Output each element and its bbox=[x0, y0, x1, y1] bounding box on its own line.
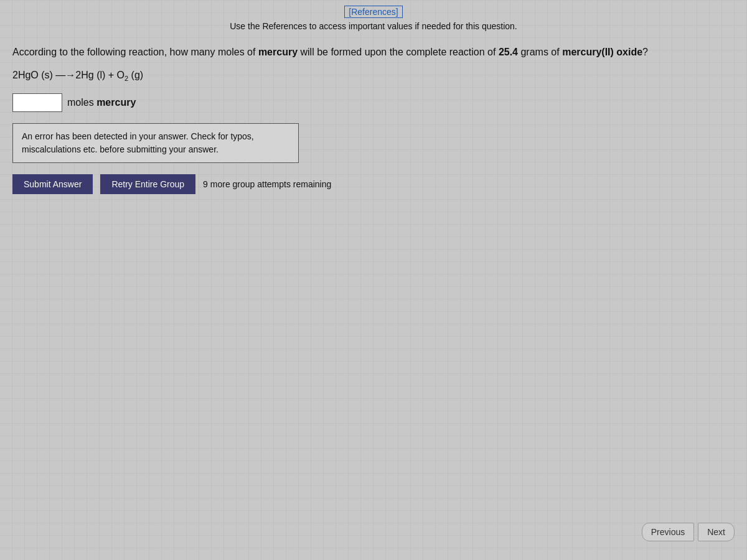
error-line2: miscalculations etc. before submitting y… bbox=[22, 144, 218, 154]
moles-label: moles mercury bbox=[67, 97, 136, 108]
answer-row: moles mercury bbox=[12, 93, 735, 112]
attempts-remaining-text: 9 more group attempts remaining bbox=[203, 179, 331, 189]
chemical-equation: 2HgO (s) —→2Hg (l) + O2 (g) bbox=[12, 70, 735, 82]
previous-button[interactable]: Previous bbox=[642, 523, 694, 541]
question-bold-mercury: mercury bbox=[258, 47, 298, 57]
bottom-nav: Previous Next bbox=[642, 523, 735, 541]
retry-entire-group-button[interactable]: Retry Entire Group bbox=[100, 174, 195, 194]
submit-answer-button[interactable]: Submit Answer bbox=[12, 174, 93, 194]
question-text: According to the following reaction, how… bbox=[12, 45, 735, 60]
question-bold-compound: mercury(II) oxide bbox=[562, 47, 642, 57]
answer-input[interactable] bbox=[12, 93, 62, 112]
question-text-before: According to the following reaction, how… bbox=[12, 47, 258, 57]
next-button[interactable]: Next bbox=[698, 523, 735, 541]
moles-bold-mercury: mercury bbox=[96, 97, 136, 108]
buttons-row: Submit Answer Retry Entire Group 9 more … bbox=[12, 174, 735, 194]
question-text-end: ? bbox=[642, 47, 648, 57]
references-link[interactable]: [References] bbox=[344, 6, 402, 18]
error-box: An error has been detected in your answe… bbox=[12, 123, 299, 163]
question-text-middle: will be formed upon the complete reactio… bbox=[298, 47, 499, 57]
question-bold-amount: 25.4 bbox=[499, 47, 518, 57]
error-line1: An error has been detected in your answe… bbox=[22, 131, 254, 141]
references-bar: [References] bbox=[12, 6, 735, 17]
references-subtitle: Use the References to access important v… bbox=[12, 21, 735, 31]
question-text-after: grams of bbox=[518, 47, 562, 57]
page-content: [References] Use the References to acces… bbox=[0, 0, 747, 207]
